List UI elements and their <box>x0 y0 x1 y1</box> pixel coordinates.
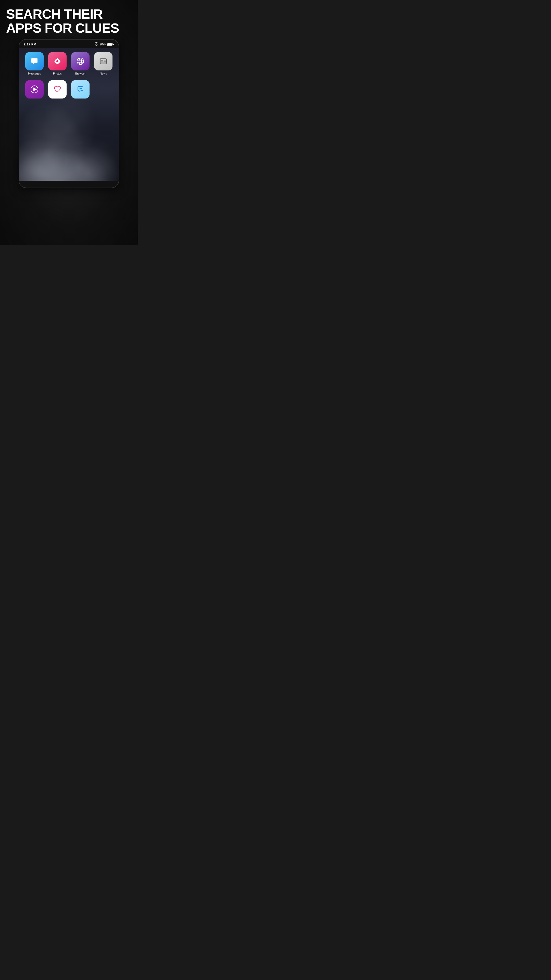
status-time: 2:17 PM <box>24 42 36 46</box>
svg-marker-20 <box>33 88 37 91</box>
battery-icon <box>107 43 114 46</box>
svg-point-8 <box>77 58 84 65</box>
browser-label: Browser <box>75 72 86 75</box>
app-messages[interactable]: Messages <box>24 52 44 75</box>
chat-icon <box>71 80 89 99</box>
news-label: News <box>100 72 107 75</box>
svg-point-9 <box>79 58 82 65</box>
messages-icon <box>25 52 44 70</box>
phone-frame: 2:17 PM 90% <box>19 40 119 188</box>
photos-icon <box>48 52 67 70</box>
headline: SEARCH THEIR APPS FOR CLUES <box>0 0 138 40</box>
status-bar: 2:17 PM 90% <box>19 40 119 48</box>
svg-rect-7 <box>59 61 60 62</box>
phone-wallpaper: Messages Photos <box>19 48 119 181</box>
apps-row1: Messages Photos <box>19 48 119 80</box>
svg-point-23 <box>81 88 82 89</box>
status-right: 90% <box>95 42 114 46</box>
svg-rect-6 <box>54 61 56 62</box>
svg-rect-13 <box>101 60 103 62</box>
svg-rect-5 <box>57 63 58 64</box>
app-news[interactable]: News <box>93 52 114 75</box>
news-icon <box>94 52 113 70</box>
no-disturb-icon <box>95 42 98 46</box>
app-photos[interactable]: Photos <box>47 52 68 75</box>
svg-line-1 <box>95 43 97 45</box>
interflix-icon <box>25 80 44 99</box>
svg-rect-4 <box>57 58 58 59</box>
empty-icon <box>94 80 113 99</box>
battery-percent: 90% <box>100 43 106 46</box>
photos-label: Photos <box>53 72 62 75</box>
svg-point-3 <box>56 60 59 62</box>
messages-label: Messages <box>28 72 41 75</box>
svg-point-21 <box>79 88 79 89</box>
app-browser[interactable]: Browser <box>70 52 91 75</box>
browser-icon <box>71 52 89 70</box>
lovebook-icon <box>48 80 67 99</box>
svg-point-22 <box>80 88 81 89</box>
